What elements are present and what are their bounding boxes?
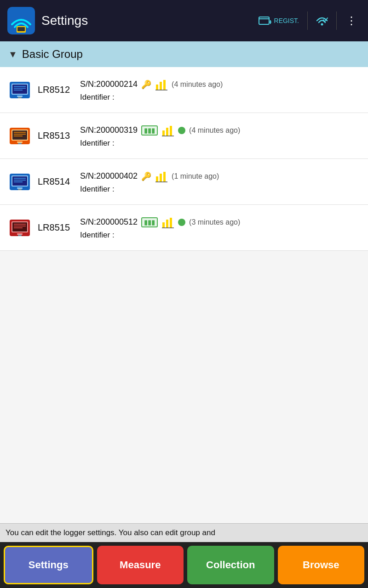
- svg-rect-30: [166, 128, 168, 136]
- nav-browse-button[interactable]: Browse: [278, 546, 365, 584]
- svg-rect-47: [12, 222, 27, 232]
- key-icon-lr8514: 🔑: [141, 171, 151, 181]
- status-dot-lr8513: [178, 127, 185, 134]
- group-title: Basic Group: [22, 48, 83, 61]
- device-icon-lr8515: [7, 215, 32, 240]
- device-name-lr8512: LR8512: [38, 85, 75, 95]
- key-icon-lr8512: 🔑: [141, 79, 151, 90]
- device-identifier-lr8513: Identifier :: [80, 139, 361, 148]
- svg-rect-35: [12, 176, 27, 186]
- svg-rect-17: [156, 85, 158, 90]
- svg-rect-15: [17, 96, 23, 97]
- device-info-lr8514: S/N:200000402 🔑 (1 minute ago) Identifie…: [80, 170, 361, 194]
- svg-rect-54: [166, 220, 168, 228]
- svg-rect-42: [160, 174, 162, 182]
- device-row[interactable]: LR8512 S/N:200000214 🔑 (4 minutes ago) I…: [0, 67, 368, 113]
- device-svg-blue: [9, 79, 31, 101]
- device-sn-row-lr8515: S/N:200000512 ▮▮▮ (3 minutes ago): [80, 216, 361, 229]
- nav-collection-button[interactable]: Collection: [187, 546, 274, 584]
- device-name-lr8513: LR8513: [38, 130, 75, 141]
- chart-icon-lr8514: [155, 170, 168, 183]
- chart-icon-lr8515: [161, 216, 174, 229]
- nav-measure-button[interactable]: Measure: [97, 546, 184, 584]
- regist-button[interactable]: REGIST.: [256, 14, 302, 28]
- svg-rect-11: [12, 85, 27, 94]
- svg-rect-43: [163, 172, 166, 182]
- svg-rect-27: [17, 141, 23, 143]
- device-time-lr8512: (4 minutes ago): [172, 80, 223, 89]
- svg-rect-39: [17, 187, 23, 189]
- device-info-lr8513: S/N:200000319 ▮▮▮ (4 minutes ago) Identi…: [80, 124, 361, 148]
- header-divider: [307, 11, 308, 30]
- device-sn-lr8513: S/N:200000319: [80, 125, 138, 135]
- header-title: Settings: [41, 13, 256, 28]
- device-info-lr8515: S/N:200000512 ▮▮▮ (3 minutes ago) Identi…: [80, 216, 361, 240]
- svg-rect-23: [12, 130, 27, 140]
- device-icon-lr8514: [7, 170, 32, 194]
- wifi-icon: [315, 12, 329, 26]
- header-divider-2: [336, 11, 337, 30]
- device-svg-orange: [9, 125, 31, 147]
- svg-rect-3: [17, 27, 25, 31]
- regist-label: REGIST.: [274, 17, 299, 24]
- device-time-lr8514: (1 minute ago): [172, 172, 219, 181]
- status-dot-lr8515: [178, 219, 185, 226]
- app-logo: [7, 7, 35, 34]
- svg-rect-52: [18, 235, 22, 236]
- header-actions: REGIST. ⋮: [256, 11, 361, 31]
- device-icon-lr8512: [7, 78, 32, 102]
- device-sn-row-lr8513: S/N:200000319 ▮▮▮ (4 minutes ago): [80, 124, 361, 137]
- svg-rect-40: [18, 189, 22, 190]
- device-svg-blue2: [9, 171, 31, 193]
- device-row[interactable]: LR8513 S/N:200000319 ▮▮▮ (4 minutes ago)…: [0, 113, 368, 159]
- group-header[interactable]: ▼ Basic Group: [0, 41, 368, 67]
- svg-point-8: [321, 23, 323, 26]
- svg-rect-16: [18, 97, 22, 98]
- svg-rect-53: [162, 222, 165, 228]
- device-icon-lr8513: [7, 124, 32, 148]
- device-identifier-lr8515: Identifier :: [80, 231, 361, 240]
- nav-settings-button[interactable]: Settings: [4, 546, 93, 584]
- svg-rect-41: [156, 176, 158, 182]
- device-sn-lr8514: S/N:200000402: [80, 171, 138, 181]
- bottom-nav: Settings Measure Collection Browse: [0, 542, 368, 588]
- chart-icon-lr8513: [161, 124, 174, 137]
- device-svg-red: [9, 217, 31, 239]
- svg-rect-18: [160, 82, 162, 90]
- device-sn-lr8515: S/N:200000512: [80, 217, 138, 227]
- signal-icon[interactable]: [313, 11, 331, 31]
- svg-rect-19: [163, 80, 166, 90]
- device-row[interactable]: LR8515 S/N:200000512 ▮▮▮ (3 minutes ago)…: [0, 205, 368, 251]
- svg-rect-51: [17, 233, 23, 235]
- device-list: LR8512 S/N:200000214 🔑 (4 minutes ago) I…: [0, 67, 368, 523]
- device-row[interactable]: LR8514 S/N:200000402 🔑 (1 minute ago) Id…: [0, 159, 368, 205]
- device-name-lr8515: LR8515: [38, 222, 75, 233]
- device-identifier-lr8512: Identifier :: [80, 93, 361, 102]
- device-info-lr8512: S/N:200000214 🔑 (4 minutes ago) Identifi…: [80, 78, 361, 102]
- device-sn-row-lr8512: S/N:200000214 🔑 (4 minutes ago): [80, 78, 361, 91]
- device-sn-lr8512: S/N:200000214: [80, 79, 138, 89]
- svg-rect-28: [18, 143, 22, 144]
- device-time-lr8513: (4 minutes ago): [189, 126, 240, 135]
- svg-rect-4: [259, 17, 269, 24]
- svg-rect-55: [170, 218, 172, 228]
- svg-rect-29: [162, 130, 165, 136]
- device-time-lr8515: (3 minutes ago): [189, 218, 240, 226]
- regist-icon: [259, 16, 271, 26]
- menu-button[interactable]: ⋮: [342, 12, 361, 29]
- battery-icon-lr8515: ▮▮▮: [141, 217, 158, 227]
- device-sn-row-lr8514: S/N:200000402 🔑 (1 minute ago): [80, 170, 361, 183]
- group-expand-arrow: ▼: [8, 49, 17, 60]
- app-header: Settings REGIST. ⋮: [0, 0, 368, 41]
- status-message: You can edit the logger settings. You al…: [0, 523, 368, 542]
- chart-icon-lr8512: [155, 78, 168, 91]
- device-name-lr8514: LR8514: [38, 176, 75, 187]
- device-identifier-lr8514: Identifier :: [80, 185, 361, 194]
- svg-rect-31: [170, 126, 172, 136]
- battery-icon-lr8513: ▮▮▮: [141, 125, 158, 136]
